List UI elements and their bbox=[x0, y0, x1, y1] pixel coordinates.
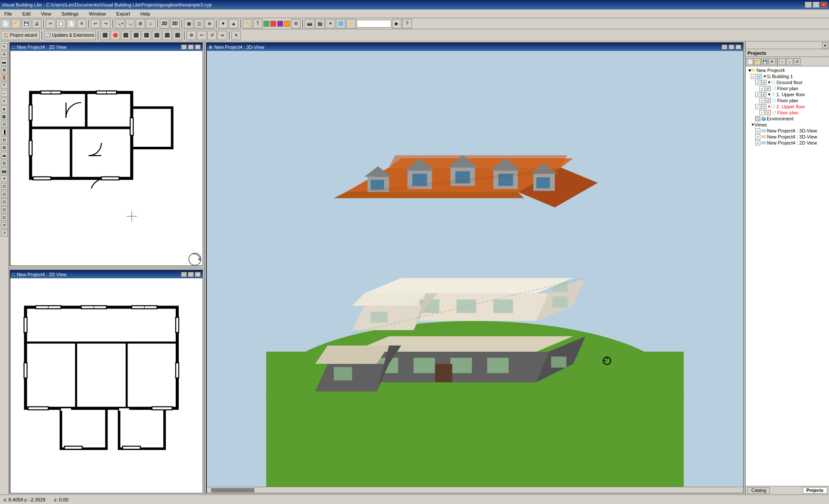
tree-item-building1[interactable]: ✓ ✓ ▼ 🏠 Building 1 bbox=[747, 73, 828, 79]
tree-check-environment[interactable] bbox=[755, 116, 760, 121]
proj-tb-open[interactable]: 📂 bbox=[754, 58, 761, 65]
panel-top-content[interactable] bbox=[10, 51, 203, 265]
tool-section[interactable]: ⊟ bbox=[1, 160, 8, 167]
tb-zoom-out[interactable]: 🔍- bbox=[125, 19, 135, 28]
tree-item-environment[interactable]: 🌍 Environment bbox=[747, 116, 828, 122]
tb2-cut2[interactable]: ✂ bbox=[197, 31, 206, 40]
tb2-b3[interactable]: ⬛ bbox=[121, 31, 130, 40]
tb2-wizard[interactable]: 🏠 Project wizard bbox=[1, 31, 40, 40]
tool-sun2[interactable]: ☀ bbox=[1, 175, 8, 182]
panel-bottom-content[interactable] bbox=[10, 278, 203, 493]
proj-tb-down[interactable]: ↓ bbox=[786, 58, 793, 65]
tab-catalog[interactable]: Catalog bbox=[747, 487, 770, 494]
tb-extra1[interactable]: ⚡ bbox=[346, 19, 356, 28]
tree-check-floorplan3[interactable]: ✓ bbox=[759, 110, 765, 115]
splitter-left[interactable] bbox=[9, 267, 204, 269]
tool-extra4[interactable]: ⊡ bbox=[1, 206, 8, 213]
tree-item-view3d-1[interactable]: ✓ 3D New Project4 : 3D-View bbox=[747, 134, 828, 140]
panel-3d-maximize[interactable]: □ bbox=[728, 44, 734, 50]
panel-top-close[interactable]: ✕ bbox=[195, 44, 201, 50]
tree-item-view2d-2[interactable]: ✓ 2D New Project4 : 2D View bbox=[747, 140, 828, 146]
tree-check2-floorplan3[interactable]: ✓ bbox=[766, 110, 771, 115]
tb2-b1[interactable]: ⬛ bbox=[100, 31, 110, 40]
tree-item-floorplan1[interactable]: ✓ ✓ 📄 Floor plan bbox=[747, 85, 828, 91]
tool-extra1[interactable]: ⊡ bbox=[1, 183, 8, 190]
tree-item-upperfloor1[interactable]: ✓ ✓ ▼ 📄 1. Upper floor bbox=[747, 91, 828, 98]
tb-open[interactable]: 📂 bbox=[11, 19, 21, 28]
panel-3d-minimize[interactable]: _ bbox=[721, 44, 728, 50]
tb-go[interactable]: ▶ bbox=[392, 19, 402, 28]
tool-wall[interactable]: ▬ bbox=[1, 59, 8, 66]
tree-item-floorplan2[interactable]: ✓ ✓ 📄 Floor plan bbox=[747, 98, 828, 104]
tb-undo[interactable]: ↩ bbox=[91, 19, 100, 28]
panel-bottom-minimize[interactable]: _ bbox=[181, 272, 187, 277]
tree-check-upperfloor1[interactable]: ✓ bbox=[755, 92, 760, 97]
tb2-updates[interactable]: 🔄 Updates & Extensions bbox=[44, 31, 96, 40]
tool-extra5[interactable]: ⊡ bbox=[1, 214, 8, 221]
scroll-up-btn[interactable]: ▲ bbox=[822, 42, 828, 48]
menu-help[interactable]: Help bbox=[138, 10, 153, 17]
panel-top-maximize[interactable]: □ bbox=[188, 44, 194, 50]
proj-tb-up[interactable]: ↑ bbox=[779, 58, 786, 65]
tree-check2-upperfloor2[interactable]: ✓ bbox=[761, 104, 766, 109]
menu-window[interactable]: Window bbox=[86, 10, 108, 17]
tool-pointer[interactable]: ↗ bbox=[1, 230, 8, 236]
tb-globe[interactable]: 🌐 bbox=[336, 19, 345, 28]
tb-video[interactable]: 🎬 bbox=[315, 19, 325, 28]
tb-save[interactable]: 💾 bbox=[22, 19, 31, 28]
tb-help[interactable]: ? bbox=[402, 19, 412, 28]
tb-zoom-fit[interactable]: ⊞ bbox=[136, 19, 145, 28]
tb-color4[interactable] bbox=[284, 21, 290, 27]
tb-zoom-select[interactable]: □ bbox=[146, 19, 155, 28]
tb-text-input[interactable] bbox=[357, 20, 391, 28]
tree-check2-upperfloor1[interactable]: ✓ bbox=[761, 92, 766, 97]
tool-roof[interactable]: ▲ bbox=[1, 105, 8, 112]
tb-new[interactable]: 📄 bbox=[1, 19, 10, 28]
tb2-b4[interactable]: ⬛ bbox=[131, 31, 141, 40]
tree-item-views[interactable]: ▼ Views bbox=[747, 122, 828, 128]
tree-check2-floorplan2[interactable]: ✓ bbox=[766, 98, 771, 103]
tool-window[interactable]: ⊞ bbox=[1, 66, 8, 73]
menu-view[interactable]: View bbox=[38, 10, 54, 17]
tb-snap[interactable]: ◫ bbox=[194, 19, 204, 28]
tree-check-upperfloor2[interactable]: ✓ bbox=[755, 104, 760, 109]
tool-door[interactable]: 🚪 bbox=[1, 74, 8, 81]
tb2-flip[interactable]: ⇔ bbox=[218, 31, 227, 40]
tb2-rot[interactable]: ↺ bbox=[207, 31, 217, 40]
tool-object[interactable]: ⊠ bbox=[1, 144, 8, 151]
tb2-b7[interactable]: ⬛ bbox=[162, 31, 172, 40]
tb2-b5[interactable]: ⬛ bbox=[142, 31, 151, 40]
panel-bottom-close[interactable]: ✕ bbox=[195, 272, 201, 277]
tool-slab[interactable]: ⊡ bbox=[1, 121, 8, 128]
tb2-b8[interactable]: ⬛ bbox=[173, 31, 182, 40]
tb-copy[interactable]: 📋 bbox=[56, 19, 66, 28]
tb-2d[interactable]: 2D bbox=[160, 19, 169, 28]
minimize-button[interactable]: _ bbox=[805, 2, 812, 8]
tool-select[interactable]: ↖ bbox=[1, 43, 8, 50]
menu-file[interactable]: File bbox=[2, 10, 15, 17]
proj-tb-save[interactable]: 💾 bbox=[761, 58, 768, 65]
tb-color2[interactable] bbox=[270, 21, 276, 27]
tree-check2-floorplan1[interactable]: ✓ bbox=[766, 86, 771, 91]
tree-check-building1[interactable]: ✓ bbox=[751, 74, 756, 79]
proj-tb-new[interactable]: 📄 bbox=[747, 58, 753, 65]
tb-settings[interactable]: ⚙ bbox=[291, 19, 301, 28]
tool-stair[interactable]: ≡ bbox=[1, 98, 8, 104]
proj-tb-refresh[interactable]: ↺ bbox=[794, 58, 801, 65]
panel-3d-close[interactable]: ✕ bbox=[735, 44, 741, 50]
tb2-del[interactable]: ✕ bbox=[231, 31, 241, 40]
tool-undo2[interactable]: ↺ bbox=[1, 222, 8, 229]
tb-camera[interactable]: 📷 bbox=[305, 19, 314, 28]
tb-color3[interactable] bbox=[277, 21, 283, 27]
3d-scrollbar[interactable] bbox=[207, 487, 743, 493]
tb-zoom-in[interactable]: 🔍+ bbox=[115, 19, 124, 28]
tool-floor[interactable]: ▦ bbox=[1, 113, 8, 120]
tb-text[interactable]: T bbox=[253, 19, 263, 28]
tb-ortho[interactable]: ⊕ bbox=[205, 19, 214, 28]
tb-floor-down[interactable]: ▼ bbox=[218, 19, 228, 28]
tb-measure[interactable]: 📏 bbox=[243, 19, 252, 28]
tb-cut[interactable]: ✂ bbox=[46, 19, 55, 28]
tb-sun[interactable]: ☀ bbox=[326, 19, 335, 28]
tree-item-newproject4[interactable]: ▼ 📁 New Project4 bbox=[747, 67, 828, 73]
tree-area[interactable]: ▼ 📁 New Project4 ✓ ✓ ▼ 🏠 Building 1 ✓ ✓ … bbox=[746, 66, 829, 486]
